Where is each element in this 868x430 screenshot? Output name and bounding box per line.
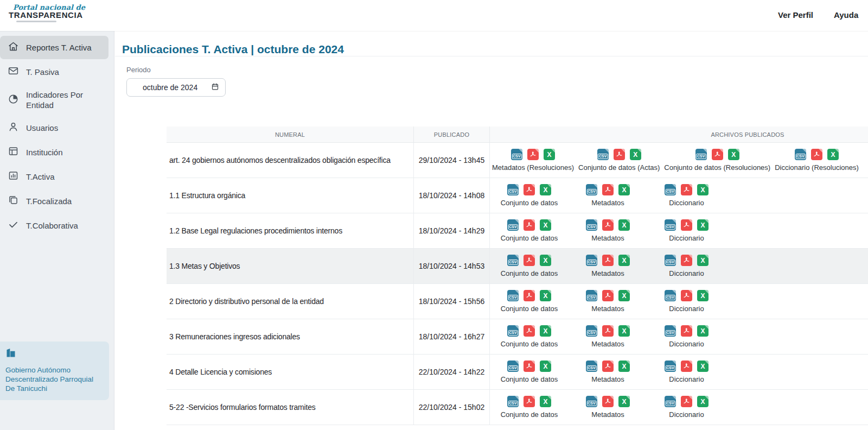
csv-file-icon[interactable]: CSV xyxy=(507,184,519,195)
csv-file-icon[interactable]: CSV xyxy=(695,149,707,160)
pdf-file-icon[interactable] xyxy=(602,219,614,231)
csv-file-icon[interactable]: CSV xyxy=(795,149,806,160)
xls-file-icon[interactable]: X xyxy=(618,184,630,195)
csv-file-icon[interactable]: CSV xyxy=(665,184,676,195)
xls-file-icon[interactable]: X xyxy=(618,325,630,337)
csv-file-icon[interactable]: CSV xyxy=(665,290,676,301)
csv-file-icon[interactable]: CSV xyxy=(665,219,676,231)
app-logo[interactable]: Portal nacional de TRANSPARENCIA xyxy=(9,4,85,22)
xls-file-icon[interactable]: X xyxy=(618,255,630,266)
xls-file-icon[interactable]: X xyxy=(618,290,630,301)
xls-file-icon[interactable]: X xyxy=(540,290,551,301)
xls-file-icon[interactable]: X xyxy=(540,219,551,231)
sidebar-item-t-focalizada[interactable]: T.Focalizada xyxy=(0,189,108,213)
pdf-file-icon[interactable] xyxy=(524,255,535,266)
sidebar-item-t-pasiva[interactable]: T. Pasiva xyxy=(0,60,108,84)
xls-file-icon[interactable]: X xyxy=(544,149,555,160)
pdf-file-icon[interactable] xyxy=(524,396,535,407)
xls-file-icon[interactable]: X xyxy=(697,290,709,301)
xls-file-icon[interactable]: X xyxy=(697,361,709,372)
xls-file-icon[interactable]: X xyxy=(540,325,551,337)
pdf-file-icon[interactable] xyxy=(602,325,614,337)
calendar-icon[interactable] xyxy=(211,83,219,92)
pdf-file-icon[interactable] xyxy=(602,255,614,266)
file-group: CSVXMetadatos xyxy=(569,290,647,313)
pdf-file-icon[interactable] xyxy=(524,219,535,231)
xls-file-icon[interactable]: X xyxy=(540,361,551,372)
csv-file-icon[interactable]: CSV xyxy=(586,219,597,231)
pdf-file-icon[interactable] xyxy=(681,219,692,231)
sidebar-item-t-activa[interactable]: T.Activa xyxy=(0,165,108,188)
csv-file-icon[interactable]: CSV xyxy=(586,184,597,195)
csv-file-icon[interactable]: CSV xyxy=(507,290,519,301)
sidebar-item-institucion[interactable]: Institución xyxy=(0,141,108,164)
sidebar-item-usuarios[interactable]: Usuarios xyxy=(0,116,108,140)
csv-file-icon[interactable]: CSV xyxy=(665,361,676,372)
csv-file-icon[interactable]: CSV xyxy=(586,361,597,372)
pdf-file-icon[interactable] xyxy=(811,149,822,160)
file-group-label: Diccionario (Resoluciones) xyxy=(775,163,859,172)
check-icon xyxy=(8,219,19,232)
csv-file-icon[interactable]: CSV xyxy=(507,396,519,407)
xls-file-icon[interactable]: X xyxy=(540,255,551,266)
entity-badge: Gobierno Autónomo Descentralizado Parroq… xyxy=(0,342,109,400)
xls-file-icon[interactable]: X xyxy=(630,149,641,160)
pdf-file-icon[interactable] xyxy=(681,325,692,337)
pdf-file-icon[interactable] xyxy=(681,184,692,195)
csv-file-icon[interactable]: CSV xyxy=(507,361,519,372)
csv-file-icon[interactable]: CSV xyxy=(665,255,676,266)
csv-file-icon[interactable]: CSV xyxy=(586,396,597,407)
csv-file-icon[interactable]: CSV xyxy=(665,325,676,337)
archivos-cell: CSVXConjunto de datosCSVXMetadatosCSVXDi… xyxy=(490,213,868,248)
xls-file-icon[interactable]: X xyxy=(697,396,709,407)
pdf-file-icon[interactable] xyxy=(524,290,535,301)
pdf-file-icon[interactable] xyxy=(681,361,692,372)
xls-file-icon[interactable]: X xyxy=(540,184,551,195)
xls-file-icon[interactable]: X xyxy=(618,396,630,407)
xls-file-icon[interactable]: X xyxy=(618,361,630,372)
csv-file-icon[interactable]: CSV xyxy=(507,255,519,266)
pdf-file-icon[interactable] xyxy=(614,149,625,160)
pdf-file-icon[interactable] xyxy=(681,290,692,301)
file-icons-row: CSVX xyxy=(507,361,551,372)
pdf-file-icon[interactable] xyxy=(524,325,535,337)
xls-file-icon[interactable]: X xyxy=(728,149,739,160)
pdf-file-icon[interactable] xyxy=(712,149,723,160)
csv-file-icon[interactable]: CSV xyxy=(586,325,597,337)
file-icons-row: CSVX xyxy=(586,255,630,266)
pdf-file-icon[interactable] xyxy=(527,149,539,160)
file-group: CSVXConjunto de datos (Actas) xyxy=(576,149,662,172)
pdf-file-icon[interactable] xyxy=(681,396,692,407)
csv-file-icon[interactable]: CSV xyxy=(507,325,519,337)
xls-file-icon[interactable]: X xyxy=(827,149,839,160)
ayuda-button[interactable]: Ayuda xyxy=(834,10,858,20)
xls-file-icon[interactable]: X xyxy=(697,255,709,266)
file-group: CSVXMetadatos xyxy=(569,255,647,277)
xls-file-icon[interactable]: X xyxy=(618,219,630,231)
sidebar-item-t-colaborativa[interactable]: T.Colaborativa xyxy=(0,214,108,237)
file-group-label: Diccionario xyxy=(669,340,704,348)
sidebar-item-label: T.Colaborativa xyxy=(26,220,78,231)
sidebar-item-reportes-t-activa[interactable]: Reportes T. Activa xyxy=(0,36,108,59)
xls-file-icon[interactable]: X xyxy=(697,219,709,231)
pdf-file-icon[interactable] xyxy=(524,361,535,372)
csv-file-icon[interactable]: CSV xyxy=(586,255,597,266)
pdf-file-icon[interactable] xyxy=(602,290,614,301)
ver-perfil-button[interactable]: Ver Perfil xyxy=(778,10,813,20)
csv-file-icon[interactable]: CSV xyxy=(511,149,522,160)
pdf-file-icon[interactable] xyxy=(602,396,614,407)
period-input[interactable]: octubre de 2024 xyxy=(126,78,226,97)
csv-file-icon[interactable]: CSV xyxy=(507,219,519,231)
xls-file-icon[interactable]: X xyxy=(540,396,551,407)
sidebar-item-indicadores-por-entidad[interactable]: Indicadores Por Entidad xyxy=(0,85,108,115)
file-group: CSVXConjunto de datos xyxy=(490,325,569,348)
pdf-file-icon[interactable] xyxy=(602,361,614,372)
pdf-file-icon[interactable] xyxy=(524,184,535,195)
xls-file-icon[interactable]: X xyxy=(697,325,709,337)
csv-file-icon[interactable]: CSV xyxy=(665,396,676,407)
csv-file-icon[interactable]: CSV xyxy=(586,290,597,301)
csv-file-icon[interactable]: CSV xyxy=(597,149,609,160)
xls-file-icon[interactable]: X xyxy=(697,184,709,195)
pdf-file-icon[interactable] xyxy=(602,184,614,195)
pdf-file-icon[interactable] xyxy=(681,255,692,266)
